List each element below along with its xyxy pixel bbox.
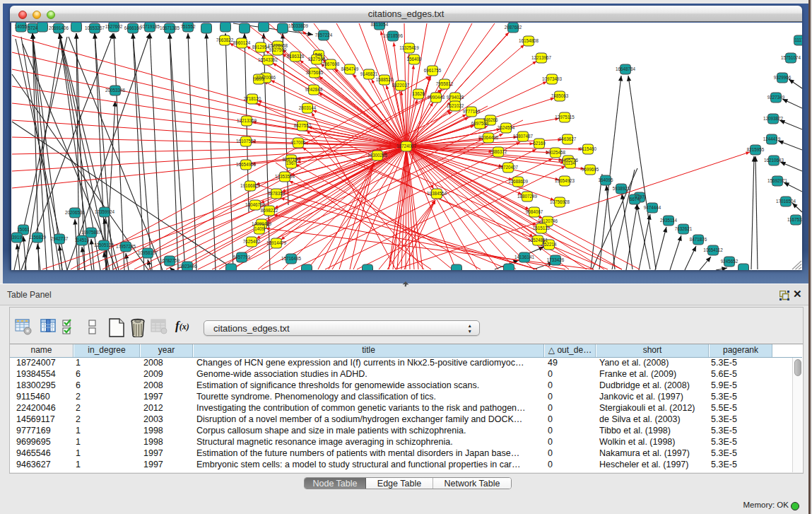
svg-text:17957225: 17957225	[116, 244, 136, 249]
svg-text:20053346: 20053346	[105, 88, 126, 93]
svg-text:8322037: 8322037	[392, 83, 410, 88]
svg-text:15716485: 15716485	[281, 256, 302, 261]
svg-text:751552: 751552	[180, 24, 196, 29]
svg-text:18807249: 18807249	[517, 194, 538, 199]
svg-text:8454749: 8454749	[341, 66, 359, 71]
svg-text:9777169: 9777169	[463, 109, 481, 114]
svg-text:14055: 14055	[15, 24, 28, 29]
svg-text:9227349: 9227349	[767, 95, 785, 100]
svg-text:19975887: 19975887	[81, 230, 102, 235]
svg-text:9990448: 9990448	[428, 95, 445, 100]
svg-text:164095: 164095	[598, 177, 613, 182]
svg-text:114519: 114519	[75, 238, 90, 243]
svg-text:2935114: 2935114	[660, 218, 678, 223]
svg-text:9146821: 9146821	[360, 71, 378, 76]
svg-text:8471876: 8471876	[690, 237, 707, 242]
svg-text:9794028: 9794028	[447, 95, 464, 100]
svg-text:16782759: 16782759	[160, 258, 180, 263]
svg-text:10756928: 10756928	[550, 199, 570, 204]
svg-text:2867608: 2867608	[322, 62, 340, 66]
svg-text:8427552: 8427552	[294, 123, 312, 128]
svg-text:9242848: 9242848	[305, 87, 323, 92]
svg-text:7857224: 7857224	[315, 33, 333, 37]
svg-text:8878354: 8878354	[268, 191, 286, 196]
svg-text:5724: 5724	[28, 25, 38, 30]
svg-text:9699695: 9699695	[582, 167, 599, 172]
svg-text:7632621: 7632621	[675, 226, 693, 231]
svg-text:19166829: 19166829	[240, 183, 261, 188]
svg-text:2718120: 2718120	[244, 96, 261, 101]
svg-text:7625402: 7625402	[243, 239, 261, 244]
svg-text:7386372: 7386372	[490, 149, 507, 154]
svg-text:9084067: 9084067	[526, 209, 543, 214]
svg-text:1134: 1134	[565, 160, 575, 165]
svg-text:18300295: 18300295	[367, 153, 388, 158]
svg-text:1527602: 1527602	[105, 24, 123, 29]
svg-text:16914479: 16914479	[266, 240, 287, 245]
svg-text:19654923: 19654923	[555, 178, 575, 183]
svg-text:9457791: 9457791	[233, 255, 251, 259]
svg-text:3919: 3919	[12, 235, 23, 240]
svg-text:10653267: 10653267	[85, 25, 105, 30]
svg-text:10973493: 10973493	[542, 76, 563, 81]
svg-text:14136141: 14136141	[514, 255, 535, 259]
svg-text:1615132: 1615132	[533, 226, 551, 230]
svg-text:15061: 15061	[17, 227, 30, 232]
svg-text:7485063: 7485063	[551, 93, 569, 98]
svg-text:7663822: 7663822	[216, 37, 234, 42]
svg-text:15692971: 15692971	[767, 178, 788, 183]
svg-text:9463627: 9463627	[559, 136, 577, 141]
svg-text:2803144: 2803144	[299, 105, 317, 110]
svg-text:62160: 62160	[533, 141, 546, 146]
svg-text:16107552: 16107552	[236, 139, 257, 144]
svg-text:8960124: 8960124	[233, 40, 251, 45]
svg-text:12975115: 12975115	[555, 115, 575, 119]
svg-text:16210643: 16210643	[764, 158, 784, 163]
svg-text:10120746: 10120746	[538, 218, 558, 223]
svg-text:1167533: 1167533	[787, 217, 802, 222]
svg-text:6674: 6674	[630, 197, 640, 201]
svg-text:11325419: 11325419	[399, 45, 419, 50]
svg-text:19384554: 19384554	[427, 191, 447, 196]
svg-text:9245652: 9245652	[721, 259, 739, 264]
svg-text:10688609: 10688609	[508, 179, 529, 184]
svg-text:16671385: 16671385	[160, 25, 180, 30]
svg-text:20206536: 20206536	[65, 210, 86, 215]
svg-text:19218596: 19218596	[383, 33, 404, 38]
svg-text:9329966: 9329966	[774, 75, 792, 80]
svg-text:1733426: 1733426	[547, 257, 565, 262]
svg-text:7955812: 7955812	[436, 81, 454, 86]
svg-text:156409: 156409	[406, 57, 422, 62]
svg-text:16654956: 16654956	[236, 162, 257, 167]
svg-text:917006: 917006	[290, 140, 306, 145]
svg-text:1409: 1409	[254, 226, 265, 231]
svg-text:9890: 9890	[254, 76, 264, 81]
svg-text:20364436: 20364436	[478, 135, 499, 140]
svg-text:8698222: 8698222	[261, 208, 278, 213]
svg-text:2942737: 2942737	[51, 236, 69, 241]
svg-text:20691406: 20691406	[49, 25, 69, 30]
svg-text:5938923: 5938923	[613, 186, 630, 191]
svg-text:12505135: 12505135	[94, 243, 114, 247]
svg-text:18724007: 18724007	[396, 144, 417, 148]
svg-text:16046798: 16046798	[245, 202, 266, 207]
svg-text:12093872: 12093872	[763, 116, 784, 121]
svg-text:12213967: 12213967	[531, 55, 552, 60]
svg-text:1156829: 1156829	[29, 235, 47, 240]
svg-text:3624554: 3624554	[498, 125, 515, 130]
svg-text:10958107: 10958107	[138, 250, 158, 255]
svg-text:746266: 746266	[483, 117, 498, 122]
svg-text:1117: 1117	[794, 37, 802, 42]
svg-text:8813054: 8813054	[371, 23, 389, 27]
svg-text:14099489: 14099489	[252, 221, 272, 226]
svg-text:16543392: 16543392	[258, 57, 278, 62]
svg-text:18720407: 18720407	[498, 165, 519, 170]
svg-text:9327500: 9327500	[269, 47, 287, 52]
svg-text:10807487: 10807487	[513, 134, 534, 139]
svg-text:11923446: 11923446	[177, 264, 197, 269]
svg-text:16154808: 16154808	[519, 38, 539, 43]
svg-text:17016504: 17016504	[776, 199, 796, 204]
svg-text:12213369: 12213369	[237, 118, 257, 123]
svg-text:9115460: 9115460	[579, 146, 597, 151]
svg-text:10654112: 10654112	[703, 247, 723, 252]
